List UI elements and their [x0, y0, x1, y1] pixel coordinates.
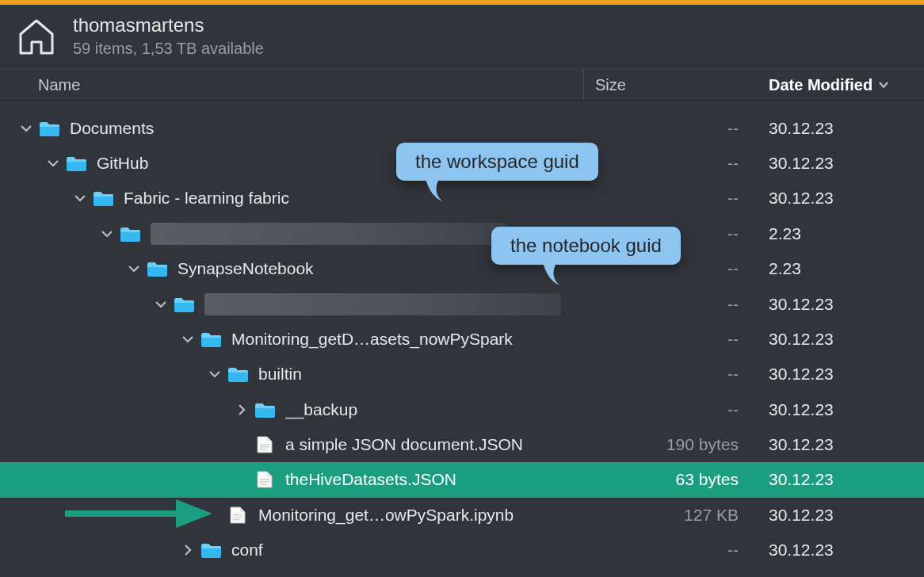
item-name: Monitoring_get…owPySpark.ipynb — [258, 506, 514, 525]
chevron-right-icon[interactable] — [181, 543, 195, 557]
annotation-text: the notebook guid — [510, 235, 662, 256]
folder-icon — [254, 400, 276, 419]
folder-row[interactable]: Documents--30.12.23 — [0, 110, 924, 145]
column-header-size[interactable]: Size — [583, 70, 758, 100]
document-icon — [254, 435, 276, 454]
folder-row[interactable]: SynapseNotebook--2.23 — [0, 251, 924, 286]
file-row[interactable]: a simple JSON document.JSON190 bytes30.1… — [0, 427, 924, 462]
item-date: 2.23 — [758, 259, 924, 278]
folder-row[interactable]: Fabric - learning fabric--30.12.23 — [0, 181, 924, 216]
item-date: 30.12.23 — [758, 365, 924, 384]
item-date: 30.12.23 — [758, 470, 924, 489]
item-date: 30.12.23 — [758, 541, 924, 560]
item-name: SynapseNotebook — [178, 259, 314, 278]
annotation-callout-notebook: the notebook guid — [491, 227, 681, 265]
item-size: -- — [583, 189, 758, 208]
item-date: 30.12.23 — [758, 506, 924, 525]
column-header-row: Name Size Date Modified — [0, 69, 924, 101]
annotation-callout-workspace: the workspace guid — [396, 143, 598, 181]
chevron-down-icon — [879, 78, 888, 91]
file-row[interactable]: theHiveDatasets.JSON63 bytes30.12.23 — [0, 462, 924, 497]
column-header-date[interactable]: Date Modified — [758, 70, 924, 100]
folder-icon — [92, 189, 114, 208]
chevron-right-icon[interactable] — [235, 403, 249, 417]
location-subtitle: 59 items, 1,53 TB available — [73, 38, 264, 59]
item-date: 30.12.23 — [758, 154, 924, 173]
item-date: 30.12.23 — [758, 189, 924, 208]
location-title: thomasmartens — [73, 13, 264, 38]
item-name: __backup — [285, 400, 357, 419]
folder-icon — [200, 541, 222, 560]
item-name: builtin — [258, 365, 302, 384]
item-size: 127 KB — [583, 506, 758, 525]
folder-icon — [146, 259, 168, 278]
folder-icon — [227, 365, 249, 384]
folder-icon — [65, 154, 87, 173]
item-date: 30.12.23 — [758, 330, 924, 349]
folder-row[interactable]: --2.23 — [0, 216, 924, 251]
folder-icon — [119, 224, 141, 243]
item-name: Monitoring_getD…asets_nowPySpark — [231, 330, 513, 349]
folder-icon — [38, 119, 60, 138]
document-icon — [227, 506, 249, 525]
folder-row[interactable]: Monitoring_getD…asets_nowPySpark--30.12.… — [0, 322, 924, 357]
item-name: Fabric - learning fabric — [124, 189, 289, 208]
chevron-down-icon[interactable] — [19, 121, 33, 136]
item-size: -- — [583, 119, 758, 138]
document-icon — [254, 470, 276, 489]
item-date: 30.12.23 — [758, 295, 924, 314]
item-name: Documents — [70, 119, 154, 138]
item-date: 2.23 — [758, 224, 924, 243]
item-date: 30.12.23 — [758, 119, 924, 138]
item-size: 190 bytes — [583, 435, 758, 454]
redacted-folder-name — [204, 293, 561, 315]
folder-row[interactable]: --30.12.23 — [0, 286, 924, 321]
annotation-text: the workspace guid — [415, 151, 579, 172]
chevron-down-icon[interactable] — [100, 227, 114, 241]
folder-icon — [200, 330, 222, 349]
disclosure-spacer — [235, 472, 249, 487]
chevron-down-icon[interactable] — [181, 332, 195, 346]
column-header-name[interactable]: Name — [0, 76, 583, 94]
chevron-down-icon[interactable] — [208, 367, 222, 381]
disclosure-spacer — [235, 438, 249, 452]
item-size: -- — [583, 541, 758, 560]
item-size: -- — [583, 400, 758, 419]
item-name: GitHub — [97, 154, 148, 173]
chevron-down-icon[interactable] — [154, 297, 168, 311]
folder-row[interactable]: __backup--30.12.23 — [0, 392, 924, 427]
item-date: 30.12.23 — [758, 400, 924, 419]
item-size: -- — [583, 295, 758, 314]
chevron-down-icon[interactable] — [73, 191, 87, 205]
item-date: 30.12.23 — [758, 435, 924, 454]
chevron-down-icon[interactable] — [127, 262, 141, 276]
location-header: thomasmartens 59 items, 1,53 TB availabl… — [0, 5, 924, 69]
annotation-arrow — [65, 495, 216, 538]
folder-row[interactable]: builtin--30.12.23 — [0, 357, 924, 392]
column-header-date-label: Date Modified — [769, 76, 872, 94]
home-icon — [14, 17, 59, 56]
item-size: -- — [583, 154, 758, 173]
chevron-down-icon[interactable] — [46, 156, 60, 170]
item-size: -- — [583, 330, 758, 349]
item-size: -- — [583, 365, 758, 384]
item-size: 63 bytes — [583, 470, 758, 489]
folder-icon — [173, 295, 195, 314]
item-name: conf — [231, 541, 263, 560]
item-name: theHiveDatasets.JSON — [285, 470, 456, 489]
item-name: a simple JSON document.JSON — [285, 435, 523, 454]
redacted-folder-name — [151, 223, 507, 245]
